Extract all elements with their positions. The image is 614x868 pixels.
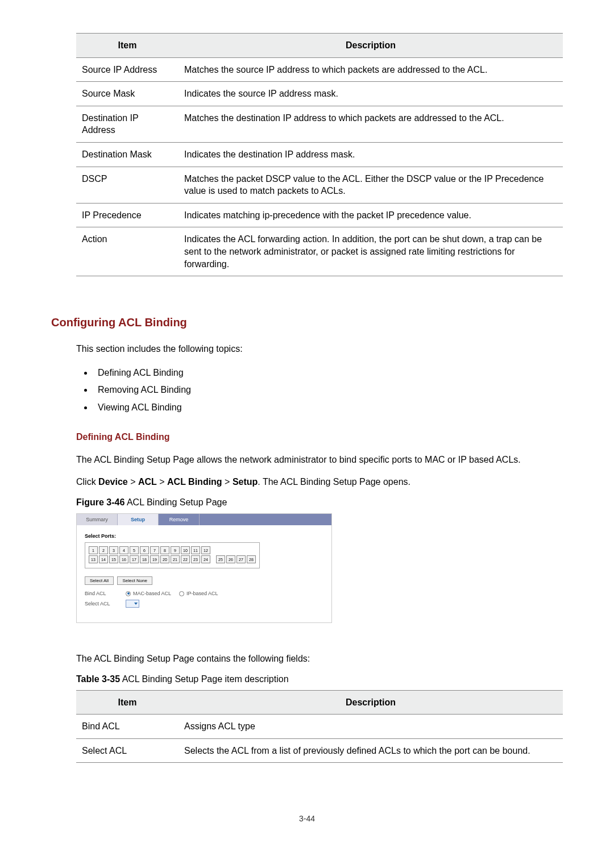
port-button[interactable]: 10 <box>181 546 190 554</box>
tab-summary[interactable]: Summary <box>77 514 118 525</box>
cell-item: Source Mask <box>76 82 179 106</box>
cell-desc: Matches the destination IP address to wh… <box>179 106 563 142</box>
cell-desc: Assigns ACL type <box>179 715 563 739</box>
cell-item: Bind ACL <box>76 715 179 739</box>
port-button[interactable]: 3 <box>109 546 118 554</box>
port-button[interactable]: 19 <box>150 555 159 563</box>
port-grid: 123456789101112 131415161718192021222324… <box>85 542 260 568</box>
cell-item: Action <box>76 227 179 276</box>
radio-ip-text: IP-based ACL <box>186 591 218 596</box>
figure-label: Figure 3-46 <box>76 497 125 507</box>
port-button[interactable]: 14 <box>99 555 108 563</box>
port-button[interactable]: 4 <box>119 546 128 554</box>
section-heading: Configuring ACL Binding <box>51 316 563 329</box>
table-row: Bind ACLAssigns ACL type <box>76 715 563 739</box>
port-button[interactable]: 21 <box>171 555 180 563</box>
port-button[interactable]: 16 <box>119 555 128 563</box>
select-all-button[interactable]: Select All <box>85 576 114 585</box>
port-button[interactable]: 12 <box>201 546 210 554</box>
th-item: Item <box>76 34 179 58</box>
radio-mac-text: MAC-based ACL <box>133 591 171 596</box>
cell-desc: Indicates the source IP address mask. <box>179 82 563 106</box>
port-button[interactable]: 22 <box>181 555 190 563</box>
th-desc: Description <box>179 34 563 58</box>
port-button[interactable]: 27 <box>237 555 246 563</box>
cell-item: Source IP Address <box>76 57 179 82</box>
table-row: Destination MaskIndicates the destinatio… <box>76 142 563 167</box>
port-button[interactable]: 25 <box>216 555 225 563</box>
table-row: ActionIndicates the ACL forwarding actio… <box>76 227 563 276</box>
cell-desc: Matches the packet DSCP value to the ACL… <box>179 167 563 203</box>
figure-caption: Figure 3-46 ACL Binding Setup Page <box>76 497 563 508</box>
select-none-button[interactable]: Select None <box>117 576 152 585</box>
list-item: Removing ACL Binding <box>93 381 563 398</box>
port-button[interactable]: 18 <box>140 555 149 563</box>
th2-item: Item <box>76 690 179 715</box>
click-suffix: . The ACL Binding Setup Page opens. <box>258 477 410 487</box>
port-button[interactable]: 20 <box>160 555 169 563</box>
cell-item: Select ACL <box>76 738 179 763</box>
port-button[interactable]: 6 <box>140 546 149 554</box>
port-button[interactable]: 23 <box>191 555 200 563</box>
port-button[interactable]: 11 <box>191 546 200 554</box>
cell-item: Destination IP Address <box>76 106 179 142</box>
th2-desc: Description <box>179 690 563 715</box>
acl-binding-setup-screenshot: Summary Setup Remove Select Ports: 12345… <box>76 513 332 623</box>
port-button[interactable]: 28 <box>247 555 256 563</box>
port-button[interactable]: 9 <box>171 546 180 554</box>
port-row-1: 123456789101112 <box>89 546 256 554</box>
bc-0: Device <box>98 477 128 487</box>
select-acl-dropdown[interactable] <box>126 600 139 608</box>
table-row: Source IP AddressMatches the source IP a… <box>76 57 563 82</box>
port-button[interactable]: 17 <box>130 555 139 563</box>
cell-desc: Indicates the ACL forwarding action. In … <box>179 227 563 276</box>
port-button[interactable]: 26 <box>226 555 235 563</box>
tab-remove[interactable]: Remove <box>159 514 200 525</box>
port-button[interactable]: 1 <box>89 546 98 554</box>
port-button[interactable]: 5 <box>130 546 139 554</box>
tab-setup[interactable]: Setup <box>118 514 159 525</box>
table-row: IP PrecedenceIndicates matching ip-prece… <box>76 203 563 227</box>
port-button[interactable]: 7 <box>150 546 159 554</box>
port-gap <box>211 555 215 563</box>
cell-desc: Selects the ACL from a list of previousl… <box>179 738 563 763</box>
table-row: DSCPMatches the packet DSCP value to the… <box>76 167 563 203</box>
port-button[interactable]: 15 <box>109 555 118 563</box>
cell-desc: Matches the source IP address to which p… <box>179 57 563 82</box>
cell-item: DSCP <box>76 167 179 203</box>
table-row: Destination IP AddressMatches the destin… <box>76 106 563 142</box>
radio-mac-based[interactable]: MAC-based ACL <box>126 591 171 596</box>
bc-2: ACL Binding <box>167 477 222 487</box>
tab-filler <box>200 514 331 525</box>
bind-acl-label: Bind ACL <box>85 591 118 596</box>
cell-desc: Indicates matching ip-precedence with th… <box>179 203 563 227</box>
radio-ip-based[interactable]: IP-based ACL <box>179 591 218 596</box>
cell-item: IP Precedence <box>76 203 179 227</box>
list-item: Defining ACL Binding <box>93 364 563 381</box>
table-row: Select ACLSelects the ACL from a list of… <box>76 738 563 763</box>
definition-table-1: Item Description Source IP AddressMatche… <box>76 33 563 276</box>
bc-1: ACL <box>138 477 157 487</box>
page-number: 3-44 <box>51 814 563 823</box>
click-path: Click Device > ACL > ACL Binding > Setup… <box>76 475 563 489</box>
radio-dot-icon <box>126 591 131 596</box>
port-button[interactable]: 2 <box>99 546 108 554</box>
select-ports-label: Select Ports: <box>85 533 323 539</box>
port-button[interactable]: 24 <box>201 555 210 563</box>
bc-3: Setup <box>233 477 258 487</box>
cell-item: Destination Mask <box>76 142 179 167</box>
radio-dot-icon <box>179 591 184 596</box>
table2-body: Bind ACLAssigns ACL typeSelect ACLSelect… <box>76 715 563 763</box>
select-acl-label: Select ACL <box>85 601 118 607</box>
tab-bar: Summary Setup Remove <box>77 514 331 525</box>
figure-text: ACL Binding Setup Page <box>125 497 227 507</box>
port-row-2: 13141516171819202122232425262728 <box>89 555 256 563</box>
table-row: Source MaskIndicates the source IP addre… <box>76 82 563 106</box>
definition-table-2: Item Description Bind ACLAssigns ACL typ… <box>76 690 563 763</box>
paragraph-1: The ACL Binding Setup Page allows the ne… <box>76 452 563 467</box>
port-button[interactable]: 13 <box>89 555 98 563</box>
click-prefix: Click <box>76 477 98 487</box>
paragraph-2: The ACL Binding Setup Page contains the … <box>76 651 563 666</box>
cell-desc: Indicates the destination IP address mas… <box>179 142 563 167</box>
port-button[interactable]: 8 <box>160 546 169 554</box>
